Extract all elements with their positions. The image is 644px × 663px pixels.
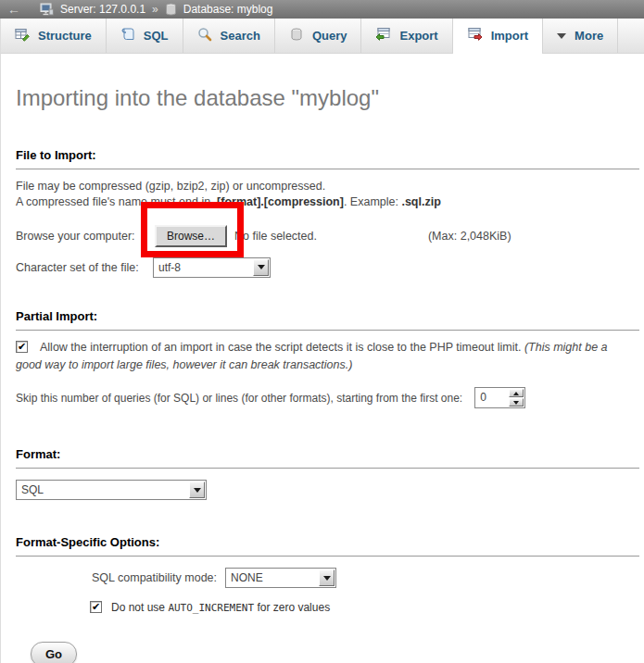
- section-format: Format:: [16, 447, 639, 469]
- tab-label: Import: [491, 29, 528, 43]
- tab-export[interactable]: Export: [361, 19, 452, 53]
- section-file-to-import: File to Import:: [16, 148, 639, 169]
- example-text: . Example:: [344, 195, 402, 208]
- charset-row: Character set of the file: utf-8: [16, 256, 639, 278]
- dropdown-arrow-icon: [194, 488, 201, 493]
- section-partial-import: Partial Import:: [16, 309, 639, 331]
- allow-interrupt-text: Allow the interruption of an import in c…: [40, 341, 524, 354]
- format-pattern: .[format].[compression]: [214, 195, 344, 208]
- page-title: Importing into the database "myblog": [16, 54, 639, 111]
- charset-selected-value: utf-8: [154, 258, 252, 277]
- compression-note: File may be compressed (gzip, bzip2, zip…: [16, 179, 639, 210]
- compression-note-line1: File may be compressed (gzip, bzip2, zip…: [16, 180, 325, 193]
- allow-interrupt-checkbox[interactable]: [16, 341, 28, 353]
- auto-increment-text-suffix: for zero values: [254, 601, 330, 614]
- charset-select[interactable]: utf-8: [153, 257, 271, 278]
- skip-queries-input[interactable]: 0: [474, 387, 525, 408]
- format-select[interactable]: SQL: [16, 480, 207, 500]
- sql-compat-select[interactable]: NONE: [225, 568, 336, 588]
- format-selected-value: SQL: [17, 481, 188, 499]
- chevron-down-icon: [557, 33, 566, 39]
- search-icon: [197, 27, 212, 44]
- skip-queries-label: Skip this number of queries (for SQL) or…: [16, 392, 462, 405]
- sql-compat-label: SQL compatibility mode:: [92, 571, 217, 584]
- back-arrow-icon[interactable]: ←: [7, 3, 20, 16]
- charset-label: Character set of the file:: [16, 261, 153, 274]
- compat-dropdown-button[interactable]: [319, 569, 335, 586]
- tab-label: Export: [399, 29, 437, 43]
- no-file-selected-text: No file selected.: [234, 230, 317, 243]
- dropdown-arrow-icon: [323, 576, 331, 581]
- skip-queries-value: 0: [475, 388, 508, 407]
- tab-query[interactable]: Query: [275, 19, 362, 53]
- spinner-buttons: [509, 389, 524, 407]
- spinner-up-button[interactable]: [509, 389, 524, 397]
- tab-label: Query: [312, 29, 347, 43]
- spinner-up-icon: [513, 392, 519, 395]
- import-icon: [467, 27, 483, 44]
- auto-increment-code: AUTO_INCREMENT: [168, 602, 254, 614]
- compression-note-line2: A compressed file's name must end in: [16, 195, 214, 208]
- auto-increment-checkbox[interactable]: [90, 601, 102, 613]
- tab-label: Search: [221, 29, 260, 43]
- breadcrumb-database-link[interactable]: Database: myblog: [183, 3, 273, 16]
- structure-icon: [15, 27, 30, 44]
- tab-sql[interactable]: SQL: [107, 19, 183, 53]
- sql-compat-selected-value: NONE: [226, 569, 318, 587]
- format-dropdown-button[interactable]: [189, 482, 205, 498]
- auto-increment-option: Do not use AUTO_INCREMENT for zero value…: [90, 601, 639, 614]
- export-icon: [375, 27, 391, 44]
- main-content: Importing into the database "myblog" Fil…: [0, 54, 644, 663]
- browse-button[interactable]: Browse…: [155, 225, 227, 247]
- tab-search[interactable]: Search: [183, 19, 275, 53]
- section-format-specific-options: Format-Specific Options:: [16, 535, 639, 557]
- server-icon: [40, 3, 54, 16]
- skip-queries-row: Skip this number of queries (for SQL) or…: [16, 387, 639, 408]
- tab-more[interactable]: More: [543, 19, 618, 53]
- browse-label: Browse your computer:: [16, 230, 155, 243]
- breadcrumb-server-link[interactable]: Server: 127.0.0.1: [60, 3, 145, 16]
- format-select-row: SQL: [16, 480, 639, 500]
- file-upload-row: Browse your computer: Browse… No file se…: [16, 225, 639, 247]
- breadcrumb-separator: »: [152, 3, 158, 16]
- query-icon: [289, 27, 304, 44]
- dropdown-arrow-icon: [258, 265, 265, 269]
- database-icon: [165, 3, 177, 16]
- import-page: ← Server: 127.0.0.1 » Database: myblog S…: [0, 0, 644, 663]
- tab-structure[interactable]: Structure: [1, 19, 107, 53]
- max-size-note: (Max: 2,048KiB): [428, 230, 511, 243]
- example-filename: .sql.zip: [401, 195, 440, 208]
- sql-icon: [120, 27, 135, 44]
- tab-label: More: [575, 29, 603, 43]
- tab-bar: Structure SQL Search Query Export: [0, 19, 644, 54]
- spinner-down-button[interactable]: [509, 398, 524, 407]
- sql-compat-row: SQL compatibility mode: NONE: [92, 568, 639, 588]
- allow-interrupt-option: Allow the interruption of an import in c…: [16, 339, 639, 374]
- go-button[interactable]: Go: [31, 642, 77, 663]
- tab-label: SQL: [144, 29, 169, 43]
- auto-increment-text-prefix: Do not use: [111, 601, 168, 614]
- spinner-down-icon: [513, 401, 519, 405]
- tab-import[interactable]: Import: [453, 19, 543, 53]
- breadcrumb: ← Server: 127.0.0.1 » Database: myblog: [0, 0, 644, 19]
- charset-dropdown-button[interactable]: [253, 259, 269, 276]
- tab-label: Structure: [38, 29, 92, 43]
